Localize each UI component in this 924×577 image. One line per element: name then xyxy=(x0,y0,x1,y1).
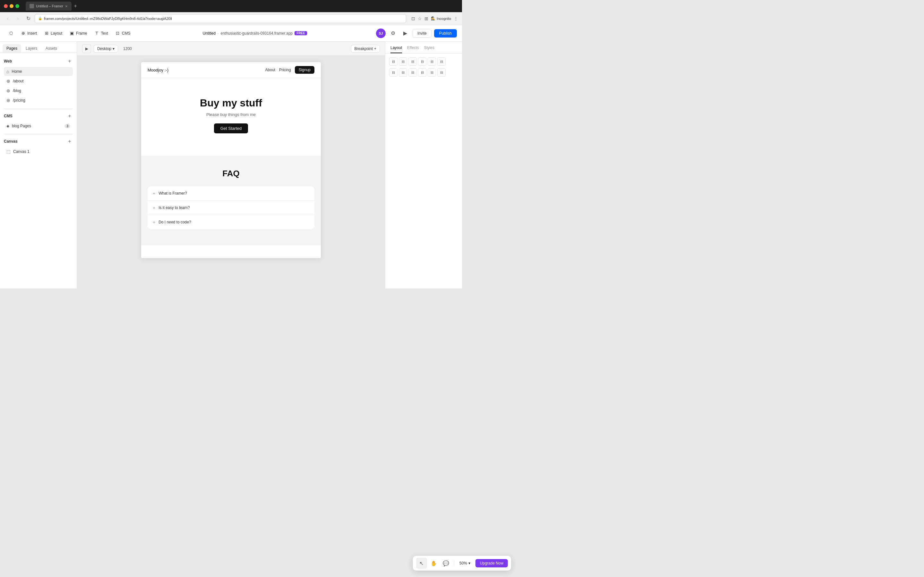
framer-logo-button[interactable]: ⬡ xyxy=(5,29,17,37)
canvas-section-header: Canvas + xyxy=(4,138,73,145)
tab-pages[interactable]: Pages xyxy=(3,44,21,53)
tab-assets[interactable]: Assets xyxy=(42,44,61,53)
canvas-viewport: Moodjoy :-) About Pricing Signup Buy my … xyxy=(77,56,385,288)
nav-signup-button[interactable]: Signup xyxy=(295,66,314,74)
canvas-preview-button[interactable]: ▶ xyxy=(82,44,91,53)
right-tab-effects[interactable]: Effects xyxy=(407,45,419,53)
device-selector[interactable]: Desktop ▾ xyxy=(94,45,118,53)
layout-button[interactable]: ⊞ Layout xyxy=(41,29,65,37)
avatar-button[interactable]: SJ xyxy=(376,29,386,38)
right-tab-styles[interactable]: Styles xyxy=(424,45,435,53)
globe-icon-about: ⊕ xyxy=(6,79,10,84)
align-center-v-icon[interactable]: ⊟ xyxy=(428,57,436,66)
page-item-pricing[interactable]: ⊕ /pricing xyxy=(4,96,73,105)
cms-section-header: CMS + xyxy=(4,113,73,119)
align-bottom-icon[interactable]: ⊟ xyxy=(437,57,446,66)
fullscreen-window-button[interactable] xyxy=(15,4,19,8)
url-bar[interactable]: 🔒 framer.com/projects/Untitled--mZ98oDWa… xyxy=(35,14,406,23)
cast-icon[interactable]: ⊡ xyxy=(411,16,415,21)
incognito-badge: 🕵 Incognito xyxy=(431,16,451,21)
page-item-about[interactable]: ⊕ /about xyxy=(4,77,73,85)
sidebar-tabs: Pages Layers Assets xyxy=(0,42,77,53)
incognito-label: Incognito xyxy=(437,17,451,21)
device-label: Desktop xyxy=(97,47,111,51)
faq-question-1: Is it easy to learn? xyxy=(158,205,190,210)
text-button[interactable]: T Text xyxy=(91,29,111,37)
breakpoint-label: Breakpoint xyxy=(355,47,373,51)
website-nav: Moodjoy :-) About Pricing Signup xyxy=(141,62,321,78)
globe-icon-pricing: ⊕ xyxy=(6,98,10,103)
insert-button[interactable]: ⊕ Insert xyxy=(17,29,40,37)
framer-icon: ⬡ xyxy=(8,31,13,36)
cms-button[interactable]: ⊡ CMS xyxy=(112,29,134,37)
page-item-home[interactable]: ⌂ Home xyxy=(4,67,73,76)
fit-height-icon[interactable]: ⊟ xyxy=(418,68,426,77)
page-item-blog[interactable]: ⊕ /blog xyxy=(4,86,73,95)
project-domain: enthusiastic-guardrails-093164.framer.ap… xyxy=(220,31,292,35)
tab-title: Untitled – Framer xyxy=(36,4,63,8)
align-center-h-icon[interactable]: ⊟ xyxy=(399,57,407,66)
menu-icon[interactable]: ⋮ xyxy=(454,16,458,21)
hero-subtitle: Please buy things from me xyxy=(148,112,314,117)
footer-spacer xyxy=(141,245,321,258)
globe-icon-blog: ⊕ xyxy=(6,88,10,93)
add-breakpoint-icon: + xyxy=(374,47,376,51)
add-canvas-button[interactable]: + xyxy=(66,138,73,145)
align-left-icon[interactable]: ⊟ xyxy=(389,57,397,66)
cms-item-left: ◈ blog Pages xyxy=(6,124,31,128)
back-button[interactable]: ‹ xyxy=(4,15,11,23)
main-layout: Pages Layers Assets Web + ⌂ Home ⊕ /abou… xyxy=(0,42,462,288)
traffic-lights xyxy=(4,4,19,8)
publish-button[interactable]: Publish xyxy=(434,29,457,37)
nav-link-about[interactable]: About xyxy=(265,68,275,72)
align-top-icon[interactable]: ⊟ xyxy=(418,57,426,66)
hero-cta-button[interactable]: Get Started xyxy=(214,123,248,133)
fit-width-icon[interactable]: ⊟ xyxy=(409,68,417,77)
frame-button[interactable]: ▣ Frame xyxy=(66,29,90,37)
faq-expand-icon-2: + xyxy=(153,219,155,225)
fit-icon[interactable]: ⊟ xyxy=(437,68,446,77)
canvas-width: 1200 xyxy=(123,47,132,51)
faq-question-2: Do I need to code? xyxy=(158,220,191,224)
website-preview: Moodjoy :-) About Pricing Signup Buy my … xyxy=(141,62,321,258)
align-right-icon[interactable]: ⊟ xyxy=(409,57,417,66)
distribute-v-icon[interactable]: ⊟ xyxy=(399,68,407,77)
page-label-about: /about xyxy=(13,79,23,83)
hero-section: Buy my stuff Please buy things from me G… xyxy=(141,78,321,156)
faq-item-1[interactable]: + Is it easy to learn? xyxy=(148,201,314,215)
cms-item-blog-pages[interactable]: ◈ blog Pages 3 xyxy=(4,122,73,130)
project-name: Untitled xyxy=(202,31,216,35)
page-label-home: Home xyxy=(11,69,22,74)
add-page-button[interactable]: + xyxy=(66,58,73,64)
faq-item-0[interactable]: + What is Framer? xyxy=(148,186,314,201)
cms-section-title: CMS xyxy=(4,114,13,118)
faq-item-2[interactable]: + Do I need to code? xyxy=(148,215,314,229)
bookmark-icon[interactable]: ☆ xyxy=(418,16,422,21)
tab-layers[interactable]: Layers xyxy=(22,44,41,53)
add-cms-button[interactable]: + xyxy=(66,113,73,119)
preview-button[interactable]: ▶ xyxy=(401,29,410,38)
new-tab-button[interactable]: + xyxy=(74,3,77,9)
refresh-button[interactable]: ↻ xyxy=(24,15,32,23)
section-divider-1 xyxy=(4,109,73,109)
nav-link-pricing[interactable]: Pricing xyxy=(279,68,291,72)
faq-expand-icon-1: + xyxy=(153,205,155,210)
right-tab-layout[interactable]: Layout xyxy=(391,45,402,53)
extensions-icon[interactable]: ⊞ xyxy=(425,16,428,21)
browser-tab[interactable]: Untitled – Framer × xyxy=(26,2,71,11)
close-tab-button[interactable]: × xyxy=(65,4,68,8)
canvas-item-1[interactable]: ⬚ Canvas 1 xyxy=(4,147,73,156)
frame-label: Frame xyxy=(76,31,87,35)
minimize-window-button[interactable] xyxy=(10,4,13,8)
canvas-icon: ⬚ xyxy=(6,149,11,154)
faq-question-0: What is Framer? xyxy=(158,191,187,195)
close-window-button[interactable] xyxy=(4,4,8,8)
settings-button[interactable]: ⚙ xyxy=(388,29,398,38)
breakpoint-button[interactable]: Breakpoint + xyxy=(351,45,380,53)
fill-icon[interactable]: ⊟ xyxy=(428,68,436,77)
faq-list: + What is Framer? + Is it easy to learn?… xyxy=(148,186,314,229)
forward-button[interactable]: › xyxy=(14,15,22,23)
distribute-h-icon[interactable]: ⊟ xyxy=(389,68,397,77)
tab-favicon xyxy=(29,4,34,8)
invite-button[interactable]: Invite xyxy=(413,29,431,38)
